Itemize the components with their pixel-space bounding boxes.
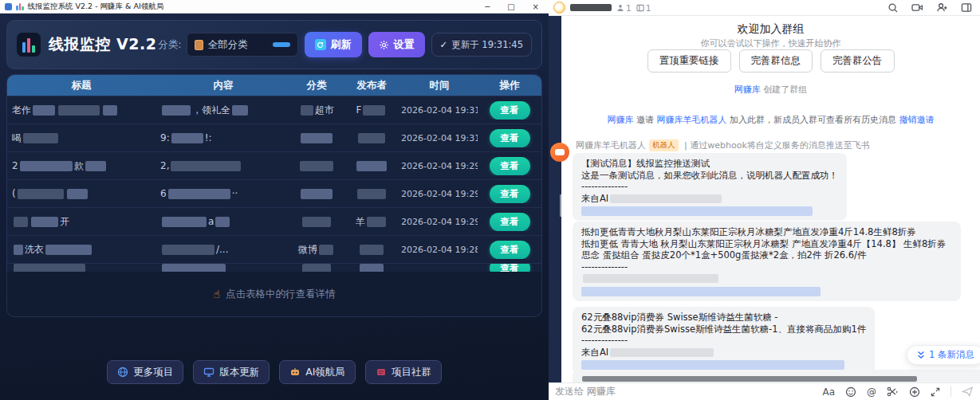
table-row[interactable]: 2款2,2026-02-04 19:29查看 bbox=[7, 151, 541, 179]
expand-icon[interactable] bbox=[931, 387, 940, 397]
view-button[interactable]: 查看 bbox=[490, 129, 530, 147]
minimize-button[interactable]: ─ bbox=[485, 0, 490, 14]
message-line: 62元叠88vip消费券 Swisse斯维诗益生菌软糖 - bbox=[581, 312, 866, 324]
redacted-text bbox=[583, 274, 718, 283]
redacted-text bbox=[300, 161, 333, 171]
welcome-actions: 置顶重要链接完善群信息完善群公告 bbox=[561, 49, 980, 73]
view-button[interactable]: 查看 bbox=[490, 185, 530, 203]
inviter-link[interactable]: 网赚库 bbox=[608, 115, 634, 125]
group-created-line: 网赚库 创建了群组 bbox=[561, 84, 980, 96]
redacted-text bbox=[301, 133, 333, 143]
revoke-invite-link[interactable]: 撤销邀请 bbox=[899, 115, 935, 125]
message-line: 62元叠88vip消费券Swisse斯维诗益生菌软糖-1、直接将商品加购1件 bbox=[581, 324, 866, 335]
group-name-redacted bbox=[570, 4, 612, 11]
cell-title: 喝 bbox=[7, 131, 155, 145]
panel-icon[interactable] bbox=[961, 2, 972, 13]
column-header-1: 内容 bbox=[155, 79, 291, 92]
close-button[interactable]: × bbox=[533, 0, 539, 14]
check-icon: ✓ bbox=[440, 39, 448, 50]
font-format-icon[interactable]: Aa bbox=[822, 386, 835, 398]
send-icon[interactable] bbox=[962, 386, 974, 397]
message-input-bar[interactable]: 发送给 网赚库 Aa@ bbox=[549, 382, 980, 400]
mention-icon[interactable]: @ bbox=[867, 386, 876, 398]
table-row[interactable]: (6··2026-02-04 19:29查看 bbox=[7, 179, 541, 207]
column-header-5: 操作 bbox=[478, 79, 541, 92]
redacted-text bbox=[162, 245, 214, 255]
redacted-text bbox=[168, 189, 230, 199]
version-update-button[interactable]: 版本更新 bbox=[193, 360, 270, 384]
view-button[interactable]: 查看 bbox=[490, 241, 530, 259]
emoji-icon[interactable] bbox=[845, 386, 856, 398]
redacted-text bbox=[33, 105, 55, 116]
add-member-icon[interactable] bbox=[936, 2, 948, 13]
group-avatar[interactable] bbox=[553, 2, 565, 14]
project-community-button[interactable]: 项目社群 bbox=[365, 360, 442, 384]
redacted-text bbox=[67, 189, 88, 199]
redacted-text bbox=[367, 217, 386, 227]
category-select[interactable]: 全部分类 bbox=[187, 33, 298, 57]
cell-category bbox=[291, 160, 342, 171]
refresh-icon bbox=[315, 39, 326, 50]
message-bubble: 62元叠88vip消费券 Swisse斯维诗益生菌软糖 -62元叠88vip消费… bbox=[573, 307, 875, 375]
more-projects-button[interactable]: 更多项目 bbox=[107, 360, 183, 384]
invitee-link[interactable]: 网赚库羊毛机器人 bbox=[657, 115, 727, 125]
maximize-button[interactable]: □ bbox=[507, 0, 514, 14]
ai-navigator-button[interactable]: AI领航局 bbox=[279, 360, 356, 384]
group-action-button-0[interactable]: 置顶重要链接 bbox=[647, 49, 731, 73]
group-action-button-1[interactable]: 完善群信息 bbox=[739, 49, 813, 73]
window-controls: ─□× bbox=[485, 0, 544, 14]
cell-time: 2026-02-04 19:29 bbox=[401, 217, 478, 227]
table-row-partial[interactable]: 查看 bbox=[7, 263, 541, 272]
redacted-link bbox=[581, 206, 813, 216]
redacted-text bbox=[302, 217, 331, 227]
welcome-subtitle: 你可以尝试以下操作，快速开始协作 bbox=[561, 37, 980, 49]
redacted-link bbox=[581, 287, 821, 296]
view-button[interactable]: 查看 bbox=[490, 157, 530, 175]
member-count: 1 bbox=[616, 3, 632, 13]
redacted-text bbox=[357, 189, 386, 199]
chat-app-window: 1 1 欢迎加入群组 你可以尝试以下操作，快速开始协作 置顶重要链接完善群信息完… bbox=[549, 0, 980, 400]
column-header-3: 发布者 bbox=[342, 79, 401, 92]
video-call-icon[interactable] bbox=[911, 2, 923, 13]
input-placeholder[interactable]: 发送给 网赚库 bbox=[555, 385, 616, 398]
redacted-text bbox=[232, 105, 248, 116]
table-row[interactable]: 开a羊2026-02-04 19:29查看 bbox=[7, 207, 541, 235]
redacted-text bbox=[171, 161, 241, 171]
view-button[interactable]: 查看 bbox=[490, 263, 530, 272]
message-line: -------------- bbox=[581, 181, 838, 193]
toolbar: 线报监控 V2.2 分类: 全部分类 刷新 设置 ✓ 更新于 19:31:45 bbox=[6, 20, 542, 69]
chart-logo-icon bbox=[16, 2, 24, 10]
clipboard-icon bbox=[195, 40, 203, 50]
app-icon bbox=[5, 3, 12, 10]
table-row[interactable]: 洗衣/...微博2026-02-04 19:28查看 bbox=[7, 235, 541, 263]
cell-time: 2026-02-04 19:29 bbox=[401, 161, 478, 171]
bot-avatar[interactable] bbox=[550, 143, 569, 162]
attach-plus-icon[interactable] bbox=[909, 386, 920, 398]
new-messages-pill[interactable]: 1 条新消息 bbox=[907, 345, 980, 365]
view-button[interactable]: 查看 bbox=[490, 213, 530, 231]
person-icon bbox=[616, 4, 624, 12]
cell-title: 开 bbox=[7, 215, 155, 229]
cell-content: 2, bbox=[155, 160, 291, 171]
settings-button[interactable]: 设置 bbox=[368, 32, 425, 57]
monitor-app-window: 线报监控系统 V2.2 - 网赚库 & AI领航局 ─□× 线报监控 V2.2 … bbox=[0, 0, 549, 400]
redacted-text bbox=[301, 189, 333, 199]
scissors-icon[interactable] bbox=[887, 386, 899, 397]
table-row[interactable]: 喝9:!:2026-02-04 19:31查看 bbox=[7, 124, 541, 151]
refresh-button[interactable]: 刷新 bbox=[305, 32, 362, 57]
cell-time: 2026-02-04 19:28 bbox=[401, 245, 478, 255]
redacted-text bbox=[360, 245, 384, 255]
robot-icon bbox=[289, 367, 301, 378]
search-icon[interactable] bbox=[888, 2, 899, 14]
table-row[interactable]: 老作，领礼全超市F2026-02-04 19:31查看 bbox=[7, 96, 541, 124]
redacted-text bbox=[171, 133, 203, 143]
creator-link[interactable]: 网赚库 bbox=[734, 84, 761, 95]
view-button[interactable]: 查看 bbox=[490, 101, 530, 120]
cell-title: 老作 bbox=[7, 104, 155, 117]
redacted-text bbox=[610, 348, 714, 357]
globe-icon bbox=[117, 367, 128, 378]
chat-message-area: 欢迎加入群组 你可以尝试以下操作，快速开始协作 置顶重要链接完善群信息完善群公告… bbox=[561, 16, 980, 382]
cell-content: a bbox=[155, 216, 291, 227]
group-action-button-2[interactable]: 完善群公告 bbox=[821, 49, 895, 73]
message-bubble: 抵扣更低青青大地秋月梨山东莱阳正宗秋月冰糖梨产地直发净重4斤14.8生鲜8折券抵… bbox=[573, 222, 961, 301]
